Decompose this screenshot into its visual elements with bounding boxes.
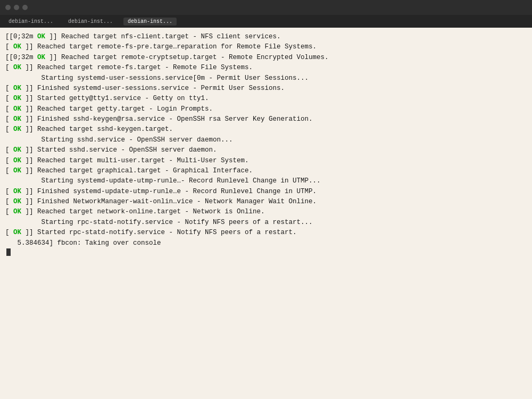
close-btn[interactable] [5,5,11,10]
terminal-line-5: Starting systemd-user-sessions.service[0… [5,73,527,84]
terminal-line-4: [ OK ]] Reached target remote-fs.target … [5,63,527,73]
ok-status: OK [10,85,26,92]
title-bar [0,0,532,15]
bracket-open: [ [5,43,10,51]
bracket-close: ]] Reached target graphical.target - Gra… [26,167,253,174]
terminal-line-19: Starting rpc-statd-notify.service - Noti… [5,218,527,228]
terminal-line-3: [[0;32m OK ]] Reached target remote-cryp… [5,53,527,63]
bracket-open: [ [5,126,10,133]
terminal-line-6: [ OK ]] Finished systemd-user-sessions.s… [5,84,527,94]
bracket-close: ]] Started getty@tty1.service - Getty on… [26,95,209,102]
bracket-open: [ [5,85,10,92]
bracket-close: ]] Finished systemd-update-utmp-runle…e … [26,188,317,195]
bracket-open: [ [5,208,10,215]
ok-status: OK [10,208,26,215]
terminal-window: [[0;32m OK ]] Reached target nfs-client.… [0,28,532,399]
bracket-close: ]] Reached target network-online.target … [26,208,265,215]
ok-status: OK [10,115,26,123]
minimize-btn[interactable] [14,5,19,10]
bracket-close: ]] Finished sshd-keygen@rsa.service - Op… [26,115,313,123]
window-controls [5,5,28,10]
ok-status: OK [10,95,26,102]
ok-status: OK [10,188,26,195]
terminal-output: [[0;32m OK ]] Reached target nfs-client.… [5,32,527,395]
bracket-close: ]] Reached target remote-fs.target - Rem… [26,64,253,71]
bracket-close: ]] Reached target multi-user.target - Mu… [26,157,249,164]
terminal-line-12: [ OK ]] Started sshd.service - OpenSSH s… [5,145,527,155]
ok-status: OK [10,198,26,205]
terminal-line-15: Starting systemd-update-utmp-runle…- Rec… [5,176,527,186]
bracket-close: ]] Finished NetworkManager-wait-onlin…vi… [26,198,317,205]
terminal-line-18: [ OK ]] Reached target network-online.ta… [5,207,527,217]
bracket-open: [ [5,105,10,113]
bracket-close: ]] Started rpc-statd-notify.service - No… [26,229,297,236]
bracket-close: ]] Reached target sshd-keygen.target. [26,126,173,133]
bracket-open: [ [5,115,10,123]
terminal-line-13: [ OK ]] Reached target multi-user.target… [5,156,527,166]
bracket-open: [ [5,198,10,205]
tab-bar: debian-inst... debian-inst... debian-ins… [0,15,532,28]
tab-2[interactable]: debian-inst... [64,18,117,26]
terminal-line-20: [ OK ]] Started rpc-statd-notify.service… [5,228,527,238]
ok-status: OK [10,64,26,71]
tab-1[interactable]: debian-inst... [4,18,57,26]
terminal-line-17: [ OK ]] Finished NetworkManager-wait-onl… [5,197,527,207]
terminal-line-8: [ OK ]] Reached target getty.target - Lo… [5,104,527,114]
ok-status: OK [10,157,26,164]
ok-status: OK [10,229,26,236]
bracket-open: [ [5,188,10,195]
bracket-open: [ [5,167,10,174]
ok-status: OK [10,146,26,154]
bracket-open: [ [5,146,10,154]
ok-status: OK [10,167,26,174]
terminal-line-21: 5.384634] fbcon: Taking over console [5,238,527,248]
bracket-open: [ [5,229,10,236]
ok-status: OK [34,33,49,40]
tab-3-active[interactable]: debian-inst... [123,18,177,26]
terminal-line-10: [ OK ]] Reached target sshd-keygen.targe… [5,124,527,135]
maximize-btn[interactable] [22,5,28,10]
bracket-open: [ [5,157,10,164]
terminal-cursor [6,248,11,256]
bracket-open: [ [5,64,10,71]
terminal-line-9: [ OK ]] Finished sshd-keygen@rsa.service… [5,114,527,124]
cursor-line [5,248,527,256]
bracket-open: [ [5,95,10,102]
terminal-line-11: Starting sshd.service - OpenSSH server d… [5,135,527,145]
bracket-close: ]] Started sshd.service - OpenSSH server… [26,146,217,154]
terminal-line-16: [ OK ]] Finished systemd-update-utmp-run… [5,187,527,197]
bracket-close: ]] Reached target remote-fs-pre.targe…re… [26,43,317,51]
ok-status: OK [10,43,26,51]
line-text: ]] Reached target nfs-client.target - NF… [49,33,281,40]
ok-status: OK [34,54,49,61]
line-text: ]] Reached target remote-cryptsetup.targ… [49,54,329,61]
terminal-line-14: [ OK ]] Reached target graphical.target … [5,166,527,176]
ok-status: OK [10,126,26,133]
ok-status: OK [10,105,26,113]
terminal-line-1: [[0;32m OK ]] Reached target nfs-client.… [5,32,527,42]
bracket-open: [[0;32m [5,54,34,61]
terminal-line-7: [ OK ]] Started getty@tty1.service - Get… [5,94,527,104]
bracket-close: ]] Finished systemd-user-sessions.servic… [26,85,285,92]
bracket-close: ]] Reached target getty.target - Login P… [26,105,213,113]
terminal-line-2: [ OK ]] Reached target remote-fs-pre.tar… [5,42,527,52]
bracket-open: [[0;32m [5,33,34,40]
